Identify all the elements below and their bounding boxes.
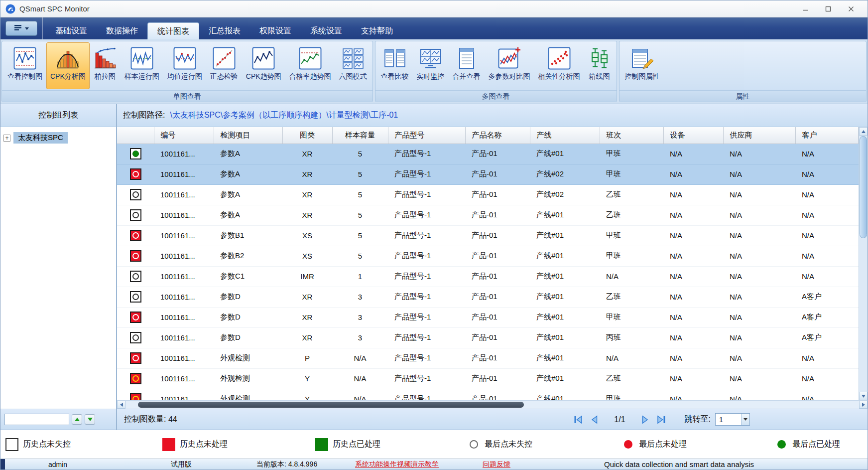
cell-item: 参数A	[214, 205, 282, 225]
cell-product-model: 产品型号-1	[388, 287, 465, 307]
ribbon-button-cpk-analysis[interactable]: CPK分析图	[46, 42, 90, 89]
table-row[interactable]: 1001161...参数DXR3产品型号-1产品-01产线#01丙班N/AN/A…	[117, 327, 859, 348]
first-page-button[interactable]	[572, 414, 584, 426]
column-header-equipment[interactable]: 设备	[663, 127, 723, 144]
column-header-sample-size[interactable]: 样本容量	[332, 127, 388, 144]
tab-permission-settings[interactable]: 权限设置	[250, 22, 301, 39]
column-header-chart-type[interactable]: 图类	[282, 127, 332, 144]
ribbon-button-view-control-chart[interactable]: 查看控制图	[3, 42, 46, 89]
feedback-link[interactable]: 问题反馈	[483, 459, 510, 470]
column-header-customer[interactable]: 客户	[795, 127, 859, 144]
column-header-status[interactable]	[117, 127, 154, 144]
normality-icon	[213, 47, 236, 70]
status-cell	[117, 144, 154, 164]
status-icon	[130, 332, 141, 343]
table-row[interactable]: 1001161外观检测YN/A产品型号-1产品-01产线#01甲班N/AN/AN…	[117, 389, 859, 400]
ribbon-button-realtime-monitor[interactable]: 实时监控	[413, 42, 449, 89]
ribbon-button-cpk-trend-chart[interactable]: CPK趋势图	[242, 42, 285, 89]
tab-system-settings[interactable]: 系统设置	[301, 22, 352, 39]
tab-basic-settings[interactable]: 基础设置	[46, 22, 97, 39]
last-page-button[interactable]	[655, 414, 667, 426]
scroll-right-button[interactable]	[859, 401, 868, 409]
maximize-button[interactable]	[817, 1, 840, 16]
chevron-down-icon[interactable]	[741, 414, 749, 425]
minimize-button[interactable]	[794, 1, 817, 16]
horizontal-scroll-thumb[interactable]	[138, 402, 524, 408]
pagination-bar: 控制图数量: 44 1/1 跳转至: 1	[117, 409, 868, 430]
table-row[interactable]: 1001161...参数DXR3产品型号-1产品-01产线#01甲班N/AN/A…	[117, 307, 859, 327]
tree-item-label[interactable]: 太友科技SPC	[13, 132, 68, 144]
cell-shift: N/A	[600, 266, 663, 287]
app-menu-button[interactable]	[5, 21, 37, 36]
page-indicator: 1/1	[614, 415, 625, 424]
tab-statistical-charts[interactable]: 统计图表	[147, 22, 199, 39]
horizontal-scrollbar[interactable]	[117, 400, 868, 409]
ribbon-button-control-chart-properties[interactable]: 控制图属性	[621, 42, 664, 89]
tree-search-input[interactable]	[4, 414, 69, 425]
ribbon-button-correlation-analysis[interactable]: 相关性分析图	[534, 42, 584, 89]
table-row[interactable]: 1001161...参数AXR5产品型号-1产品-01产线#02甲班N/AN/A…	[117, 164, 859, 184]
ribbon-button-multi-parameter-compare[interactable]: 多参数对比图	[485, 42, 534, 89]
next-page-button[interactable]	[639, 414, 651, 426]
column-header-product-model[interactable]: 产品型号	[388, 127, 465, 144]
tab-data-operations[interactable]: 数据操作	[97, 22, 147, 39]
column-header-shift[interactable]: 班次	[600, 127, 663, 144]
merge-view-icon	[455, 47, 478, 70]
cell-product-model: 产品型号-1	[388, 184, 465, 205]
ribbon-button-merged-view[interactable]: 合并查看	[449, 42, 485, 89]
vertical-scrollbar[interactable]	[859, 127, 868, 400]
cell-product-name: 产品-01	[465, 368, 530, 389]
table-row[interactable]: 1001161...参数AXR5产品型号-1产品-01产线#01乙班N/AN/A…	[117, 205, 859, 225]
tab-support-help[interactable]: 支持帮助	[352, 22, 402, 39]
search-down-button[interactable]	[85, 414, 95, 425]
ribbon-button-view-compare[interactable]: 查看比较	[377, 42, 413, 89]
table-row[interactable]: 1001161...参数AXR5产品型号-1产品-01产线#02乙班N/AN/A…	[117, 184, 859, 205]
column-header-product-name[interactable]: 产品名称	[465, 127, 530, 144]
table-row[interactable]: 1001161...参数C1IMR1产品型号-1产品-01产线#01N/AN/A…	[117, 266, 859, 287]
ribbon-button-mean-run-chart[interactable]: 均值运行图	[163, 42, 206, 89]
column-header-code[interactable]: 编号	[154, 127, 214, 144]
scroll-up-button[interactable]	[859, 127, 868, 136]
search-up-button[interactable]	[72, 414, 82, 425]
cell-code: 1001161...	[154, 205, 214, 225]
status-icon	[130, 230, 141, 241]
table-row[interactable]: 1001161...参数AXR5产品型号-1产品-01产线#01甲班N/AN/A…	[117, 144, 859, 164]
cell-chart-type: XR	[282, 287, 332, 307]
close-button[interactable]	[840, 1, 863, 16]
cell-product-name: 产品-01	[465, 184, 530, 205]
ribbon-button-six-chart-mode[interactable]: 六图模式	[335, 42, 371, 89]
status-slogan: Quick data collection and smart data ana…	[604, 459, 754, 470]
table-row[interactable]: 1001161...外观检测PN/A产品型号-1产品-01产线#01N/AN/A…	[117, 348, 859, 368]
ribbon-button-pareto-chart[interactable]: 柏拉图	[90, 42, 121, 89]
tutorial-link[interactable]: 系统功能操作视频演示教学	[355, 459, 439, 470]
ribbon-button-normality-test[interactable]: 正态检验	[206, 42, 242, 89]
table-row[interactable]: 1001161...参数DXR3产品型号-1产品-01产线#01乙班N/AN/A…	[117, 287, 859, 307]
tree-item-taiyou-spc[interactable]: + 太友科技SPC	[3, 132, 116, 144]
cell-item: 参数C1	[214, 266, 282, 287]
column-header-item[interactable]: 检测项目	[214, 127, 282, 144]
vertical-scroll-thumb[interactable]	[860, 136, 867, 238]
tree-expander-icon[interactable]: +	[3, 135, 10, 142]
scroll-down-button[interactable]	[859, 392, 868, 400]
column-header-supplier[interactable]: 供应商	[723, 127, 795, 144]
status-dot	[132, 253, 139, 259]
table-row[interactable]: 1001161...参数B1XS5产品型号-1产品-01产线#01甲班N/AN/…	[117, 225, 859, 246]
table-row[interactable]: 1001161...外观检测YN/A产品型号-1产品-01产线#01乙班N/AN…	[117, 368, 859, 389]
tab-summary-reports[interactable]: 汇总报表	[199, 22, 250, 39]
scroll-left-button[interactable]	[117, 401, 125, 409]
prev-page-button[interactable]	[589, 414, 601, 426]
cell-item: 参数A	[214, 144, 282, 164]
cell-supplier: N/A	[723, 287, 795, 307]
ribbon-button-pass-rate-trend-chart[interactable]: 合格率趋势图	[285, 42, 335, 89]
cell-customer: N/A	[795, 246, 859, 266]
ribbon-button-sample-run-chart[interactable]: 样本运行图	[121, 42, 163, 89]
ribbon-button-box-plot[interactable]: 箱线图	[584, 42, 615, 89]
column-header-line[interactable]: 产线	[530, 127, 600, 144]
table-row[interactable]: 1001161...参数B2XS5产品型号-1产品-01产线#01甲班N/AN/…	[117, 246, 859, 266]
chart-path-value: \太友科技SPC\参考案例（以工序顺序构建）\计量型检测\工序-01	[170, 110, 398, 121]
cell-item: 参数B2	[214, 246, 282, 266]
control-chart-table: 编号检测项目图类样本容量产品型号产品名称产线班次设备供应商客户 1001161.…	[117, 127, 859, 400]
jump-to-select[interactable]: 1	[715, 413, 750, 426]
cell-supplier: N/A	[723, 307, 795, 327]
legend-item-history-unhandled: 历史点未处理	[162, 430, 228, 459]
